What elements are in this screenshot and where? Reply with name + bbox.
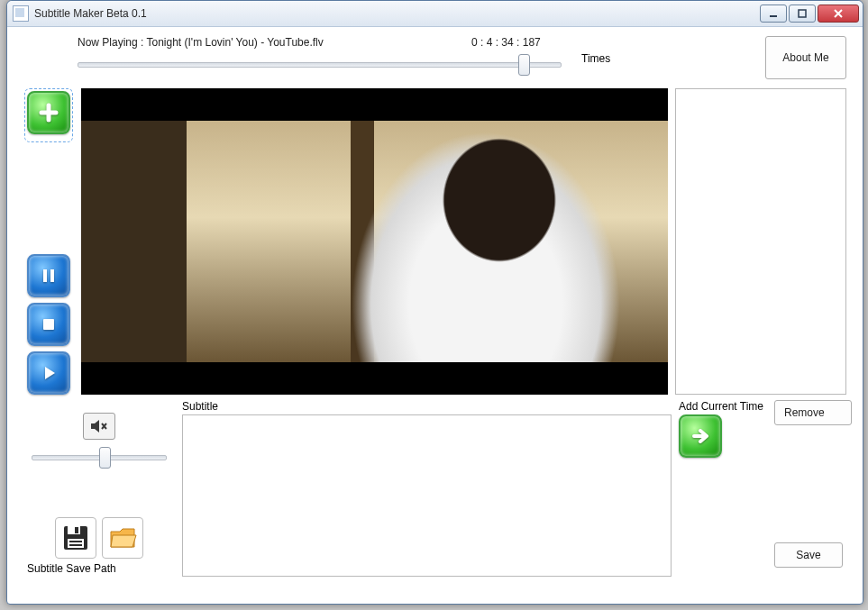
add-button[interactable] <box>27 91 70 134</box>
svg-rect-0 <box>770 15 777 17</box>
folder-icon <box>108 524 137 551</box>
save-button[interactable]: Save <box>774 542 843 568</box>
seek-slider[interactable] <box>78 54 562 74</box>
times-header: Times <box>571 36 753 65</box>
maximize-icon <box>798 9 807 18</box>
save-file-button[interactable] <box>55 517 96 559</box>
minimize-icon <box>769 9 778 18</box>
stop-icon <box>40 315 58 333</box>
header-row: Now Playing : Tonight (I'm Lovin' You) -… <box>23 36 846 79</box>
svg-rect-3 <box>50 269 54 282</box>
mid-row <box>23 88 846 395</box>
subtitle-input[interactable] <box>182 414 672 577</box>
stop-button[interactable] <box>27 303 70 346</box>
action-column: Remove Save <box>774 400 846 568</box>
titlebar: Subtitle Maker Beta 0.1 <box>7 1 863 27</box>
transport-column <box>23 88 74 395</box>
remove-button[interactable]: Remove <box>774 400 852 425</box>
subtitle-column: Subtitle <box>182 400 672 577</box>
timecode-label: 0 : 4 : 34 : 187 <box>471 36 571 49</box>
close-button[interactable] <box>818 5 859 23</box>
add-current-time-label: Add Current Time <box>679 400 767 413</box>
svg-rect-1 <box>799 10 806 17</box>
minimize-button[interactable] <box>760 5 787 23</box>
file-buttons <box>55 517 143 559</box>
svg-rect-4 <box>43 319 54 330</box>
maximize-button[interactable] <box>789 5 816 23</box>
subtitle-label: Subtitle <box>182 400 672 413</box>
svg-rect-2 <box>43 269 47 282</box>
plus-icon <box>38 102 59 123</box>
add-current-time-button[interactable] <box>679 414 722 458</box>
times-label: Times <box>581 52 753 65</box>
about-me-button[interactable]: About Me <box>765 36 846 79</box>
client-area: Now Playing : Tonight (I'm Lovin' You) -… <box>7 27 863 604</box>
floppy-icon <box>61 524 90 552</box>
window-title: Subtitle Maker Beta 0.1 <box>34 7 760 20</box>
close-icon <box>833 9 844 18</box>
times-listbox[interactable] <box>675 88 846 395</box>
add-time-column: Add Current Time <box>679 400 767 463</box>
volume-file-column: Subtitle Save Path <box>23 400 175 575</box>
now-playing-line: Now Playing : Tonight (I'm Lovin' You) -… <box>78 36 571 49</box>
svg-rect-9 <box>69 541 82 542</box>
save-path-label: Subtitle Save Path <box>27 562 116 575</box>
pause-icon <box>40 267 58 285</box>
play-button[interactable] <box>27 351 70 395</box>
svg-rect-10 <box>69 544 82 546</box>
volume-thumb[interactable] <box>99 447 111 469</box>
app-icon <box>13 5 29 22</box>
add-button-focus <box>24 88 73 142</box>
video-frame <box>81 121 668 362</box>
open-folder-button[interactable] <box>102 517 143 559</box>
letterbox-bottom <box>81 362 668 395</box>
arrow-right-icon <box>690 425 711 447</box>
now-playing-block: Now Playing : Tonight (I'm Lovin' You) -… <box>78 36 571 74</box>
now-playing-label: Now Playing : Tonight (I'm Lovin' You) -… <box>78 36 471 49</box>
seek-track <box>78 62 562 68</box>
svg-rect-7 <box>75 527 78 533</box>
times-column <box>675 88 846 395</box>
seek-thumb[interactable] <box>518 54 530 76</box>
svg-rect-8 <box>68 539 84 548</box>
mute-button[interactable] <box>83 413 115 440</box>
lower-row: Subtitle Save Path Subtitle Add Current … <box>23 400 846 577</box>
app-window: Subtitle Maker Beta 0.1 Now Playing : To… <box>6 0 863 605</box>
mute-icon <box>90 419 108 433</box>
window-controls <box>760 5 859 23</box>
letterbox-top <box>81 88 668 121</box>
volume-slider[interactable] <box>32 447 167 467</box>
video-viewport[interactable] <box>81 88 668 395</box>
pause-button[interactable] <box>27 254 70 297</box>
play-icon <box>40 364 58 382</box>
